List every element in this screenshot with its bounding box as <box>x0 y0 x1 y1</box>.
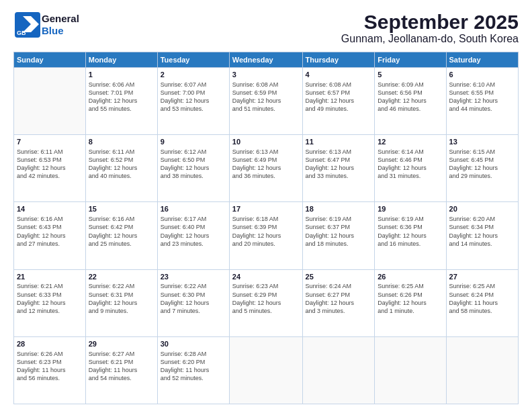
calendar-week-4: 21Sunrise: 6:21 AMSunset: 6:33 PMDayligh… <box>14 269 519 336</box>
calendar-cell <box>229 336 302 404</box>
calendar-cell: 30Sunrise: 6:28 AMSunset: 6:20 PMDayligh… <box>157 336 229 404</box>
calendar-cell: 9Sunrise: 6:12 AMSunset: 6:50 PMDaylight… <box>157 135 229 202</box>
day-number: 7 <box>17 137 83 147</box>
day-info: Sunrise: 6:12 AMSunset: 6:50 PMDaylight:… <box>161 148 226 181</box>
title-block: September 2025 Gunnam, Jeollanam-do, Sou… <box>341 11 519 45</box>
day-info: Sunrise: 6:16 AMSunset: 6:43 PMDaylight:… <box>17 215 83 248</box>
day-number: 21 <box>17 272 83 282</box>
day-number: 30 <box>161 339 226 349</box>
calendar-cell: 4Sunrise: 6:08 AMSunset: 6:57 PMDaylight… <box>302 68 375 135</box>
day-number: 1 <box>89 70 154 80</box>
day-info: Sunrise: 6:22 AMSunset: 6:31 PMDaylight:… <box>89 282 154 315</box>
day-info: Sunrise: 6:21 AMSunset: 6:33 PMDaylight:… <box>17 282 83 315</box>
day-info: Sunrise: 6:09 AMSunset: 6:56 PMDaylight:… <box>378 81 443 113</box>
calendar-cell: 18Sunrise: 6:19 AMSunset: 6:37 PMDayligh… <box>302 202 375 269</box>
calendar-cell: 23Sunrise: 6:22 AMSunset: 6:30 PMDayligh… <box>157 269 229 336</box>
day-number: 29 <box>89 339 154 349</box>
day-info: Sunrise: 6:06 AMSunset: 7:01 PMDaylight:… <box>89 81 154 113</box>
calendar-week-3: 14Sunrise: 6:16 AMSunset: 6:43 PMDayligh… <box>14 202 519 269</box>
logo-icon: GB <box>13 11 42 39</box>
day-info: Sunrise: 6:18 AMSunset: 6:39 PMDaylight:… <box>232 215 300 248</box>
calendar-cell <box>446 336 518 404</box>
day-number: 23 <box>161 272 226 282</box>
day-info: Sunrise: 6:15 AMSunset: 6:45 PMDaylight:… <box>449 148 515 181</box>
day-number: 15 <box>89 204 154 214</box>
calendar-cell: 17Sunrise: 6:18 AMSunset: 6:39 PMDayligh… <box>229 202 302 269</box>
day-info: Sunrise: 6:13 AMSunset: 6:47 PMDaylight:… <box>306 148 372 181</box>
day-number: 13 <box>449 137 515 147</box>
calendar-table: Sunday Monday Tuesday Wednesday Thursday… <box>13 52 519 404</box>
day-info: Sunrise: 6:25 AMSunset: 6:26 PMDaylight:… <box>378 282 443 315</box>
calendar-cell: 1Sunrise: 6:06 AMSunset: 7:01 PMDaylight… <box>85 68 157 135</box>
calendar-cell: 27Sunrise: 6:25 AMSunset: 6:24 PMDayligh… <box>446 269 518 336</box>
day-info: Sunrise: 6:22 AMSunset: 6:30 PMDaylight:… <box>161 282 226 315</box>
day-number: 24 <box>232 272 300 282</box>
calendar-header-row: Sunday Monday Tuesday Wednesday Thursday… <box>14 52 519 68</box>
day-info: Sunrise: 6:19 AMSunset: 6:37 PMDaylight:… <box>306 215 372 248</box>
day-info: Sunrise: 6:25 AMSunset: 6:24 PMDaylight:… <box>449 282 515 315</box>
day-number: 4 <box>306 70 372 80</box>
calendar-cell: 20Sunrise: 6:20 AMSunset: 6:34 PMDayligh… <box>446 202 518 269</box>
day-number: 16 <box>161 204 226 214</box>
calendar-cell: 13Sunrise: 6:15 AMSunset: 6:45 PMDayligh… <box>446 135 518 202</box>
day-info: Sunrise: 6:23 AMSunset: 6:29 PMDaylight:… <box>232 282 300 315</box>
day-info: Sunrise: 6:16 AMSunset: 6:42 PMDaylight:… <box>89 215 154 248</box>
calendar-cell: 3Sunrise: 6:08 AMSunset: 6:59 PMDaylight… <box>229 68 302 135</box>
logo: GB General Blue <box>13 11 79 39</box>
svg-text:GB: GB <box>17 30 26 36</box>
calendar-week-5: 28Sunrise: 6:26 AMSunset: 6:23 PMDayligh… <box>14 336 519 404</box>
day-info: Sunrise: 6:17 AMSunset: 6:40 PMDaylight:… <box>161 215 226 248</box>
calendar-cell: 10Sunrise: 6:13 AMSunset: 6:49 PMDayligh… <box>229 135 302 202</box>
col-monday: Monday <box>85 52 157 68</box>
calendar-cell: 6Sunrise: 6:10 AMSunset: 6:55 PMDaylight… <box>446 68 518 135</box>
day-info: Sunrise: 6:27 AMSunset: 6:21 PMDaylight:… <box>89 350 154 383</box>
calendar-cell: 21Sunrise: 6:21 AMSunset: 6:33 PMDayligh… <box>14 269 86 336</box>
calendar-cell: 12Sunrise: 6:14 AMSunset: 6:46 PMDayligh… <box>375 135 446 202</box>
col-sunday: Sunday <box>14 52 86 68</box>
col-saturday: Saturday <box>446 52 518 68</box>
day-info: Sunrise: 6:08 AMSunset: 6:59 PMDaylight:… <box>232 81 300 113</box>
calendar-cell: 2Sunrise: 6:07 AMSunset: 7:00 PMDaylight… <box>157 68 229 135</box>
day-number: 5 <box>378 70 443 80</box>
day-info: Sunrise: 6:26 AMSunset: 6:23 PMDaylight:… <box>17 350 83 383</box>
calendar-week-2: 7Sunrise: 6:11 AMSunset: 6:53 PMDaylight… <box>14 135 519 202</box>
calendar-cell: 22Sunrise: 6:22 AMSunset: 6:31 PMDayligh… <box>85 269 157 336</box>
col-wednesday: Wednesday <box>229 52 302 68</box>
day-info: Sunrise: 6:11 AMSunset: 6:52 PMDaylight:… <box>89 148 154 181</box>
calendar-cell: 26Sunrise: 6:25 AMSunset: 6:26 PMDayligh… <box>375 269 446 336</box>
logo-line2: Blue <box>42 25 79 37</box>
calendar-subtitle: Gunnam, Jeollanam-do, South Korea <box>341 33 519 45</box>
calendar-cell: 29Sunrise: 6:27 AMSunset: 6:21 PMDayligh… <box>85 336 157 404</box>
logo-line1: General <box>42 13 79 25</box>
day-info: Sunrise: 6:07 AMSunset: 7:00 PMDaylight:… <box>161 81 226 113</box>
calendar-cell: 19Sunrise: 6:19 AMSunset: 6:36 PMDayligh… <box>375 202 446 269</box>
calendar-cell: 16Sunrise: 6:17 AMSunset: 6:40 PMDayligh… <box>157 202 229 269</box>
day-number: 8 <box>89 137 154 147</box>
day-number: 26 <box>378 272 443 282</box>
day-info: Sunrise: 6:11 AMSunset: 6:53 PMDaylight:… <box>17 148 83 181</box>
day-number: 17 <box>232 204 300 214</box>
calendar-cell: 15Sunrise: 6:16 AMSunset: 6:42 PMDayligh… <box>85 202 157 269</box>
day-number: 14 <box>17 204 83 214</box>
calendar-cell: 28Sunrise: 6:26 AMSunset: 6:23 PMDayligh… <box>14 336 86 404</box>
calendar-cell <box>14 68 86 135</box>
day-number: 10 <box>232 137 300 147</box>
calendar-cell: 25Sunrise: 6:24 AMSunset: 6:27 PMDayligh… <box>302 269 375 336</box>
day-info: Sunrise: 6:10 AMSunset: 6:55 PMDaylight:… <box>449 81 515 113</box>
day-info: Sunrise: 6:24 AMSunset: 6:27 PMDaylight:… <box>306 282 372 315</box>
day-number: 2 <box>161 70 226 80</box>
day-info: Sunrise: 6:19 AMSunset: 6:36 PMDaylight:… <box>378 215 443 248</box>
calendar-cell: 14Sunrise: 6:16 AMSunset: 6:43 PMDayligh… <box>14 202 86 269</box>
page: GB General Blue September 2025 Gunnam, J… <box>0 0 532 411</box>
day-number: 25 <box>306 272 372 282</box>
day-number: 22 <box>89 272 154 282</box>
day-number: 19 <box>378 204 443 214</box>
day-number: 28 <box>17 339 83 349</box>
day-number: 3 <box>232 70 300 80</box>
logo-text: General Blue <box>42 13 79 37</box>
day-number: 18 <box>306 204 372 214</box>
calendar-week-1: 1Sunrise: 6:06 AMSunset: 7:01 PMDaylight… <box>14 68 519 135</box>
calendar-cell: 24Sunrise: 6:23 AMSunset: 6:29 PMDayligh… <box>229 269 302 336</box>
calendar-cell: 11Sunrise: 6:13 AMSunset: 6:47 PMDayligh… <box>302 135 375 202</box>
col-friday: Friday <box>375 52 446 68</box>
